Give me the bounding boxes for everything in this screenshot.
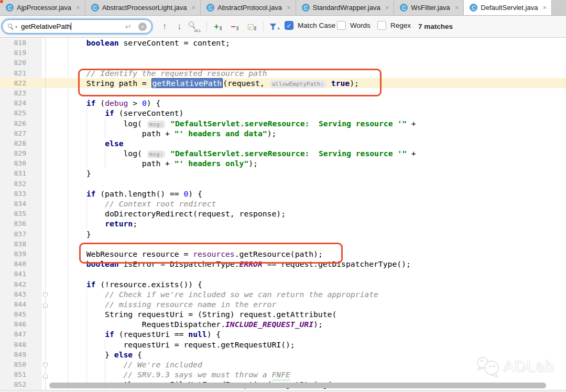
tab-close-icon[interactable]: × bbox=[76, 4, 80, 12]
line-number[interactable]: 842 bbox=[0, 279, 42, 289]
tab-wsfilter-java[interactable]: CWsFilter.java× bbox=[394, 0, 464, 15]
previous-match-button[interactable]: ↑ bbox=[158, 20, 171, 33]
code-line[interactable]: 829 log( msg: "DefaultServlet.serveResou… bbox=[0, 148, 566, 158]
tab-close-icon[interactable]: × bbox=[542, 4, 547, 12]
line-number[interactable]: 834 bbox=[0, 199, 42, 209]
line-number[interactable]: 850 bbox=[0, 360, 42, 369]
line-number[interactable]: 818 bbox=[0, 38, 42, 48]
code-line[interactable]: 837 } bbox=[0, 229, 566, 239]
code-text: boolean serveContent = content; bbox=[42, 38, 566, 48]
code-line[interactable]: 845 String requestUri = (String) request… bbox=[0, 309, 566, 319]
line-number[interactable]: 820 bbox=[0, 58, 42, 68]
line-number[interactable]: 844 bbox=[0, 299, 42, 309]
line-number[interactable]: 846 bbox=[0, 319, 42, 329]
code-line[interactable]: 836 return; bbox=[0, 219, 566, 228]
code-line[interactable]: 843 // Check if we're included so we can… bbox=[0, 289, 566, 299]
line-number[interactable]: 838 bbox=[0, 239, 42, 249]
line-number[interactable]: 833 bbox=[0, 189, 42, 199]
line-number[interactable]: 848 bbox=[0, 340, 42, 350]
line-number[interactable]: 829 bbox=[0, 148, 42, 158]
checkbox-icon[interactable]: ✓ bbox=[285, 21, 293, 30]
regex-checkbox[interactable]: Regex bbox=[377, 21, 411, 30]
annotation-box-2 bbox=[79, 243, 343, 264]
fold-start-icon[interactable] bbox=[42, 291, 48, 297]
code-line[interactable]: 834 // Context root redirect bbox=[0, 199, 566, 209]
find-toolbar: ▾ getRelativePath ↵ × ↑ ↓ ALL +Ⅱ −Ⅱ ✓Ⅱ ▾… bbox=[0, 16, 566, 38]
find-all-button[interactable]: ALL bbox=[188, 20, 201, 33]
tab-standardwrapper-java[interactable]: CStandardWrapper.java× bbox=[296, 0, 395, 15]
tab-ajpprocessor-java[interactable]: CAjpProcessor.java× bbox=[0, 0, 85, 15]
line-number[interactable]: 843 bbox=[0, 289, 42, 299]
tab-close-icon[interactable]: × bbox=[287, 4, 291, 12]
checkbox-icon[interactable] bbox=[337, 21, 346, 30]
code-line[interactable]: 826 log( msg: "DefaultServlet.serveResou… bbox=[0, 118, 566, 128]
line-number[interactable]: 824 bbox=[0, 98, 42, 108]
search-input[interactable]: ▾ getRelativePath ↵ × bbox=[2, 19, 152, 34]
line-number[interactable]: 822 bbox=[0, 78, 42, 88]
code-line[interactable]: 825 if (serveContent) bbox=[0, 108, 566, 118]
checkbox-icon[interactable] bbox=[377, 21, 386, 30]
line-number[interactable]: 852 bbox=[0, 379, 42, 389]
line-number[interactable]: 847 bbox=[0, 329, 42, 339]
line-number[interactable]: 851 bbox=[0, 369, 42, 379]
fold-end-icon[interactable] bbox=[42, 301, 48, 307]
code-line[interactable]: 828 else bbox=[0, 138, 566, 148]
code-line[interactable]: 844 // missing resource name in the erro… bbox=[0, 299, 566, 309]
line-number[interactable]: 841 bbox=[0, 269, 42, 279]
clear-search-button[interactable]: × bbox=[138, 23, 147, 31]
fold-start-icon[interactable] bbox=[42, 361, 48, 367]
select-all-occurrences-button[interactable]: ✓Ⅱ bbox=[244, 20, 260, 33]
match-case-checkbox[interactable]: ✓Match Case bbox=[285, 21, 335, 30]
search-scope-caret-icon[interactable]: ▾ bbox=[15, 25, 17, 29]
line-number[interactable]: 836 bbox=[0, 219, 42, 228]
tab-defaultservlet-java[interactable]: CDefaultServlet.java× bbox=[464, 0, 552, 15]
tab-close-icon[interactable]: × bbox=[192, 4, 196, 12]
code-line[interactable]: 846 RequestDispatcher.INCLUDE_REQUEST_UR… bbox=[0, 319, 566, 329]
line-number[interactable]: 837 bbox=[0, 229, 42, 239]
line-number[interactable]: 831 bbox=[0, 168, 42, 178]
code-line[interactable]: 848 requestUri = request.getRequestURI()… bbox=[0, 340, 566, 350]
next-match-button[interactable]: ↓ bbox=[173, 20, 186, 33]
code-line[interactable]: 847 if (requestUri == null) { bbox=[0, 329, 566, 339]
code-line[interactable]: 833 if (path.length() == 0) { bbox=[0, 189, 566, 199]
horizontal-scrollbar[interactable] bbox=[49, 383, 546, 388]
add-occurrence-button[interactable]: +Ⅱ bbox=[211, 20, 225, 33]
code-line[interactable]: 818 boolean serveContent = content; bbox=[0, 38, 566, 48]
code-text: doDirectoryRedirect(request, response); bbox=[42, 209, 566, 219]
filter-button[interactable]: ▾ bbox=[267, 20, 282, 33]
line-number[interactable]: 828 bbox=[0, 138, 42, 148]
ide-window: CAjpProcessor.java×CAbstractProcessorLig… bbox=[0, 0, 566, 392]
code-line[interactable]: 832 bbox=[0, 179, 566, 189]
line-number[interactable]: 825 bbox=[0, 108, 42, 118]
code-line[interactable]: 824 if (debug > 0) { bbox=[0, 98, 566, 108]
line-number[interactable]: 821 bbox=[0, 68, 42, 78]
line-number[interactable]: 840 bbox=[0, 259, 42, 269]
code-text: path + "' headers only"); bbox=[42, 158, 566, 168]
fold-end-icon[interactable] bbox=[42, 372, 48, 378]
line-number[interactable]: 823 bbox=[0, 88, 42, 98]
search-icon[interactable] bbox=[8, 24, 14, 30]
line-number[interactable]: 827 bbox=[0, 128, 42, 138]
tab-abstractprotocol-java[interactable]: CAbstractProtocol.java× bbox=[201, 0, 296, 15]
line-number[interactable]: 839 bbox=[0, 249, 42, 259]
code-line[interactable]: 835 doDirectoryRedirect(request, respons… bbox=[0, 209, 566, 219]
tab-abstractprocessorlight-java[interactable]: CAbstractProcessorLight.java× bbox=[85, 0, 201, 15]
code-line[interactable]: 841 bbox=[0, 269, 566, 279]
tab-close-icon[interactable]: × bbox=[455, 4, 459, 12]
code-line[interactable]: 820 bbox=[0, 58, 566, 68]
line-number[interactable]: 845 bbox=[0, 309, 42, 319]
line-number[interactable]: 830 bbox=[0, 158, 42, 168]
remove-occurrence-button[interactable]: −Ⅱ bbox=[227, 20, 242, 33]
words-checkbox[interactable]: Words bbox=[337, 21, 371, 30]
line-number[interactable]: 835 bbox=[0, 209, 42, 219]
code-line[interactable]: 830 path + "' headers only"); bbox=[0, 158, 566, 168]
line-number[interactable]: 849 bbox=[0, 350, 42, 360]
tab-close-icon[interactable]: × bbox=[385, 4, 389, 12]
code-line[interactable]: 831 } bbox=[0, 168, 566, 178]
code-line[interactable]: 827 path + "' headers and data"); bbox=[0, 128, 566, 138]
code-line[interactable]: 819 bbox=[0, 48, 566, 58]
line-number[interactable]: 826 bbox=[0, 118, 42, 128]
line-number[interactable]: 832 bbox=[0, 179, 42, 189]
code-line[interactable]: 842 if (!resource.exists()) { bbox=[0, 279, 566, 289]
line-number[interactable]: 819 bbox=[0, 48, 42, 58]
